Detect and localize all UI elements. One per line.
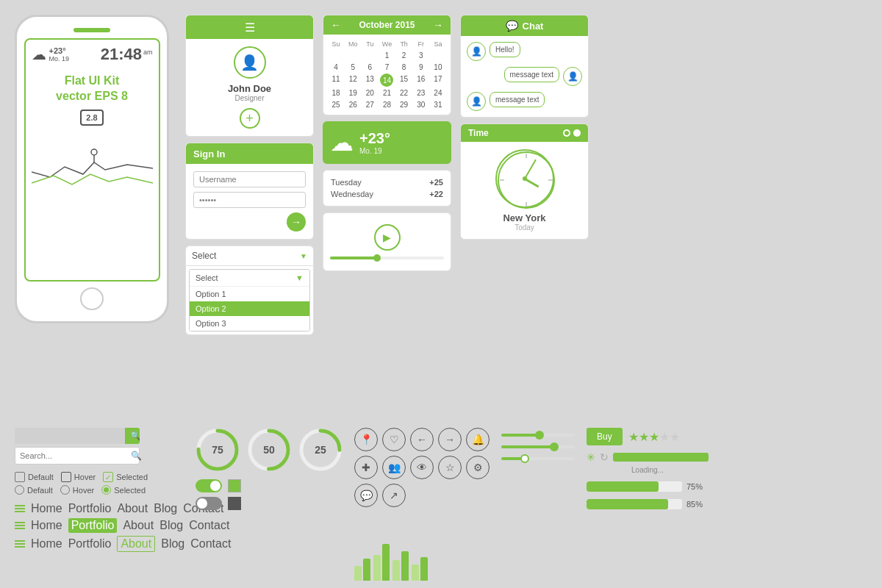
dropdown-option-1[interactable]: Option 1 bbox=[190, 287, 309, 301]
chart-svg bbox=[32, 132, 153, 190]
dropdown-option-2-active[interactable]: Option 2 bbox=[190, 301, 309, 316]
range-dot-3 bbox=[520, 454, 529, 463]
search-bar2-input[interactable] bbox=[15, 448, 126, 463]
signin-submit-button[interactable]: → bbox=[287, 212, 306, 232]
dropdown-option-3[interactable]: Option 3 bbox=[190, 316, 309, 331]
cal-day-28[interactable]: 28 bbox=[379, 99, 395, 110]
nav-about-2[interactable]: About bbox=[123, 519, 154, 532]
progress-circle-50: 50 bbox=[247, 428, 291, 472]
chat-icon: 💬 bbox=[506, 20, 518, 32]
progress-bar-row-2: 85% bbox=[587, 499, 709, 509]
cal-day-26[interactable]: 26 bbox=[345, 99, 361, 110]
cal-day-22[interactable]: 22 bbox=[396, 87, 412, 98]
dropdown-select[interactable]: Select ▼ bbox=[186, 246, 313, 266]
radio-default-circle[interactable] bbox=[15, 485, 24, 495]
cal-day-23[interactable]: 23 bbox=[413, 87, 429, 98]
radio-hover-label: Hover bbox=[73, 486, 94, 495]
toggle-on-1[interactable] bbox=[196, 479, 222, 492]
nav-home-1[interactable]: Home bbox=[31, 502, 62, 515]
search-bar-button[interactable]: 🔍 bbox=[125, 428, 140, 444]
checkbox-hover-box[interactable] bbox=[61, 472, 71, 482]
cal-day-10[interactable]: 10 bbox=[430, 62, 446, 73]
cal-day-2[interactable]: 2 bbox=[396, 50, 412, 61]
nav-contact-2[interactable]: Contact bbox=[189, 519, 229, 532]
nav-contact-3[interactable]: Contact bbox=[190, 537, 231, 551]
add-button[interactable]: + bbox=[240, 108, 260, 129]
cal-day-13[interactable]: 13 bbox=[362, 74, 378, 87]
password-input[interactable] bbox=[193, 192, 306, 208]
profile-header: ☰ bbox=[186, 15, 313, 39]
nav-about-3-outline[interactable]: About bbox=[117, 536, 155, 552]
radio-selected-circle[interactable] bbox=[101, 485, 111, 495]
video-progress-fill bbox=[330, 257, 376, 259]
time-title: Time bbox=[468, 128, 489, 138]
username-input[interactable] bbox=[193, 171, 306, 187]
nav-blog-3[interactable]: Blog bbox=[161, 537, 184, 551]
calendar-card: ← October 2015 → Su Mo Tu We Th Fr Sa bbox=[323, 15, 451, 115]
cal-day-29[interactable]: 29 bbox=[396, 99, 412, 110]
phone-weather-icon: ☁ bbox=[32, 46, 46, 63]
chat-avatar-2: 👤 bbox=[563, 67, 582, 86]
nav-blog-1[interactable]: Blog bbox=[154, 502, 177, 515]
cal-day-7[interactable]: 7 bbox=[379, 62, 395, 73]
cal-day-4[interactable]: 4 bbox=[328, 62, 344, 73]
cal-day-27[interactable]: 27 bbox=[362, 99, 378, 110]
toggle-square-dark[interactable] bbox=[228, 497, 241, 510]
phone-home-button[interactable] bbox=[80, 287, 104, 310]
nav-row-3: Home Portfolio About Blog Contact bbox=[15, 536, 184, 552]
range-track-3[interactable] bbox=[501, 457, 575, 460]
nav-home-3[interactable]: Home bbox=[31, 537, 62, 551]
cal-day-14-today[interactable]: 14 bbox=[380, 74, 393, 87]
calendar-next-button[interactable]: → bbox=[433, 19, 443, 31]
nav-about-1[interactable]: About bbox=[117, 502, 148, 515]
calendar-month-title: October 2015 bbox=[359, 20, 415, 30]
cal-day-1[interactable]: 1 bbox=[379, 50, 395, 61]
buy-button[interactable]: Buy bbox=[587, 428, 623, 445]
cal-day-5[interactable]: 5 bbox=[345, 62, 361, 73]
cal-day-15[interactable]: 15 bbox=[396, 74, 412, 87]
cal-day-31[interactable]: 31 bbox=[430, 99, 446, 110]
chat-avatar-3: 👤 bbox=[467, 92, 486, 111]
cal-day-3[interactable]: 3 bbox=[413, 50, 429, 61]
cal-day-24[interactable]: 24 bbox=[430, 87, 446, 98]
cal-day-30[interactable]: 30 bbox=[413, 99, 429, 110]
cal-day-18[interactable]: 18 bbox=[328, 87, 344, 98]
cal-day-25[interactable]: 25 bbox=[328, 99, 344, 110]
hamburger-icon[interactable]: ☰ bbox=[245, 21, 255, 35]
cal-day-20[interactable]: 20 bbox=[362, 87, 378, 98]
checkbox-selected-label: Selected bbox=[116, 473, 148, 481]
cal-day-8[interactable]: 8 bbox=[396, 62, 412, 73]
range-track-2[interactable] bbox=[501, 445, 575, 448]
dropdown-open-header[interactable]: Select ▼ bbox=[190, 270, 309, 287]
cal-day-6[interactable]: 6 bbox=[362, 62, 378, 73]
phone-title-line1: Flat UI Kit bbox=[56, 74, 128, 89]
nav-blog-2[interactable]: Blog bbox=[159, 519, 183, 532]
checkbox-default-box[interactable] bbox=[15, 472, 25, 482]
cal-day-9[interactable]: 9 bbox=[413, 62, 429, 73]
nav-portfolio-3[interactable]: Portfolio bbox=[68, 537, 112, 551]
play-button[interactable]: ▶ bbox=[374, 224, 401, 251]
svg-point-0 bbox=[91, 149, 97, 155]
cal-day-17[interactable]: 17 bbox=[430, 74, 446, 87]
radio-hover-circle[interactable] bbox=[60, 485, 70, 495]
nav-row-2: Home Portfolio About Blog Contact bbox=[15, 518, 184, 533]
nav-home-2[interactable]: Home bbox=[31, 519, 62, 532]
toggle-square-on[interactable] bbox=[228, 479, 241, 492]
nav-portfolio-2-active[interactable]: Portfolio bbox=[68, 518, 118, 533]
cal-day-16[interactable]: 16 bbox=[413, 74, 429, 87]
weather-big-icon: ☁ bbox=[330, 129, 354, 157]
search-bar-filled-input[interactable] bbox=[15, 429, 125, 443]
calendar-prev-button[interactable]: ← bbox=[331, 19, 341, 31]
toggle-off-1[interactable] bbox=[196, 497, 222, 510]
range-track-1[interactable] bbox=[501, 434, 575, 437]
cal-day-12[interactable]: 12 bbox=[345, 74, 361, 87]
dropdown-select-label: Select bbox=[192, 251, 216, 261]
video-progress-bar[interactable] bbox=[330, 257, 445, 259]
range-slider-3 bbox=[501, 457, 575, 460]
cal-day-11[interactable]: 11 bbox=[328, 74, 344, 87]
toggle-row-1 bbox=[196, 479, 343, 492]
cal-day-21[interactable]: 21 bbox=[379, 87, 395, 98]
cal-day-19[interactable]: 19 bbox=[345, 87, 361, 98]
checkbox-selected-box[interactable]: ✓ bbox=[103, 472, 113, 482]
nav-portfolio-1[interactable]: Portfolio bbox=[68, 502, 112, 515]
